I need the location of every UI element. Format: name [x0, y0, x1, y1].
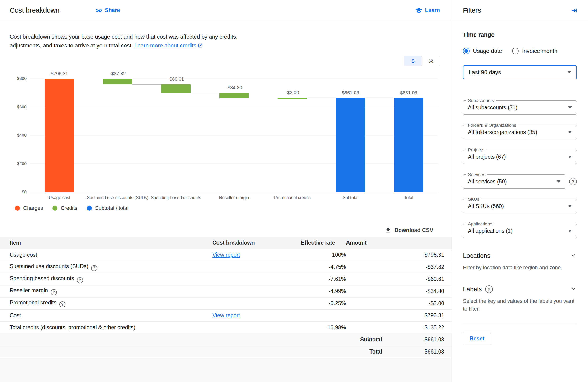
waterfall-bar-charge	[45, 79, 74, 192]
table-row: Promotional credits?-0.25%-$2.00	[0, 297, 452, 309]
link-icon	[95, 7, 102, 14]
table-row: Spending-based discounts?-7.61%-$60.61	[0, 273, 452, 285]
chart-gridline	[30, 135, 438, 135]
dropdown-caret-icon	[568, 156, 572, 158]
help-icon[interactable]: ?	[77, 277, 83, 283]
filter-dropdown-projects[interactable]: ProjectsAll projects (67)	[463, 150, 577, 164]
dropdown-caret-icon	[568, 205, 572, 207]
effective-rate-cell	[301, 309, 346, 321]
reset-filters-button[interactable]: Reset	[463, 332, 491, 345]
x-axis-category-label: Total	[370, 195, 447, 200]
filter-field-row: ProjectsAll projects (67)	[463, 150, 577, 164]
labels-section-toggle[interactable]: Labels ?	[463, 285, 577, 293]
help-icon[interactable]: ?	[51, 289, 57, 296]
learn-more-credits-label: Learn more about credits	[134, 42, 196, 49]
help-icon[interactable]: ?	[91, 265, 97, 271]
time-range-heading: Time range	[463, 31, 577, 38]
locations-heading: Locations	[463, 252, 490, 260]
y-axis-tick-label: $800	[17, 76, 27, 81]
radio-button[interactable]	[512, 48, 519, 54]
item-label: Sustained use discounts (SUDs)	[10, 263, 88, 269]
chart-gridline	[30, 79, 438, 79]
column-header-item: Item	[0, 237, 212, 249]
field-value: All subaccounts (31)	[468, 105, 517, 111]
help-icon[interactable]: ?	[59, 301, 65, 307]
waterfall-bar-credit	[278, 98, 307, 99]
amount-cell: -$37.82	[346, 261, 452, 273]
help-icon[interactable]: ?	[485, 285, 493, 293]
time-range-value: Last 90 days	[469, 69, 501, 76]
radio-button[interactable]	[463, 48, 470, 54]
time-range-select[interactable]: Last 90 days	[463, 65, 577, 80]
help-icon[interactable]: ?	[569, 178, 577, 185]
learn-more-credits-link[interactable]: Learn more about credits	[134, 42, 203, 49]
waterfall-connector	[132, 85, 161, 85]
billing-cost-breakdown-page: Cost breakdown Share Learn Cost breakdow…	[0, 0, 588, 382]
filters-panel: Filters Time range Usage dateInvoice mon…	[452, 0, 588, 382]
download-icon	[385, 227, 392, 233]
filter-dropdown-folders-organizations[interactable]: Folders & OrganizationsAll folders/organ…	[463, 125, 577, 139]
item-cell: Sustained use discounts (SUDs)?	[0, 261, 212, 273]
main-content: Cost breakdown Share Learn Cost breakdow…	[0, 0, 452, 382]
filter-dropdown-applications[interactable]: ApplicationsAll applications (1)	[463, 224, 577, 238]
summary-row-content: Total$661.08	[0, 349, 444, 355]
cost-breakdown-cell: View report	[212, 249, 301, 261]
bar-value-label: -$34.80	[205, 85, 263, 90]
cost-breakdown-table: Item Cost breakdown Effective rate Amoun…	[0, 237, 452, 358]
column-header-effective-rate: Effective rate	[301, 237, 346, 249]
effective-rate-cell: -4.75%	[301, 261, 346, 273]
description-text: Cost breakdown shows your base usage cos…	[10, 34, 237, 49]
cost-breakdown-cell	[212, 273, 301, 285]
divider	[463, 323, 577, 323]
chevron-down-icon	[570, 252, 577, 260]
percent-toggle-button[interactable]: %	[422, 56, 440, 66]
chart-legend: ChargesCreditsSubtotal / total	[15, 205, 452, 211]
waterfall-bar-credit	[161, 85, 190, 93]
download-csv-button[interactable]: Download CSV	[0, 227, 433, 233]
collapse-panel-button[interactable]	[570, 7, 578, 14]
summary-amount: $661.08	[382, 337, 444, 343]
item-label: Usage cost	[10, 252, 37, 258]
summary-cell: Subtotal$661.08	[0, 334, 452, 346]
item-label: Spending-based discounts	[10, 275, 74, 281]
filters-body: Time range Usage dateInvoice month Last …	[452, 21, 588, 345]
item-label: Cost	[10, 312, 21, 318]
filter-field-row: SKUsAll SKUs (560)	[463, 199, 577, 213]
filter-field-row: Folders & OrganizationsAll folders/organ…	[463, 125, 577, 139]
dollar-toggle-button[interactable]: $	[404, 56, 422, 66]
waterfall-connector	[307, 98, 336, 99]
item-cell: Cost	[0, 309, 212, 321]
dropdown-caret-icon	[568, 131, 572, 133]
radio-usage-date[interactable]: Usage date	[463, 48, 502, 54]
legend-item: Credits	[52, 205, 77, 211]
view-report-link[interactable]: View report	[212, 252, 240, 258]
labels-heading: Labels	[463, 286, 482, 293]
table-row: Subtotal$661.08	[0, 334, 452, 346]
field-value: All services (50)	[468, 178, 507, 185]
view-report-link[interactable]: View report	[212, 312, 240, 318]
filter-dropdown-skus[interactable]: SKUsAll SKUs (560)	[463, 199, 577, 213]
share-button[interactable]: Share	[95, 7, 120, 14]
effective-rate-cell: 100%	[301, 249, 346, 261]
field-value: All folders/organizations (35)	[468, 129, 537, 135]
currency-percent-toggle: $ %	[404, 56, 440, 66]
amount-cell: $796.31	[346, 249, 452, 261]
waterfall-bar-credit	[103, 79, 132, 85]
locations-section-toggle[interactable]: Locations	[463, 252, 577, 260]
filter-dropdown-services[interactable]: ServicesAll services (50)	[463, 174, 566, 189]
bar-value-label: -$2.00	[263, 90, 321, 95]
filter-field-row: ServicesAll services (50)?	[463, 174, 577, 189]
legend-color-dot	[15, 206, 20, 211]
cost-breakdown-cell	[212, 321, 301, 334]
field-value: All projects (67)	[468, 154, 506, 160]
amount-cell: -$135.22	[346, 321, 452, 334]
waterfall-connector	[190, 93, 219, 93]
table-row: Sustained use discounts (SUDs)?-4.75%-$3…	[0, 261, 452, 273]
table-row: CostView report$796.31	[0, 309, 452, 321]
field-floating-label: Projects	[466, 147, 486, 152]
radio-invoice-month[interactable]: Invoice month	[512, 48, 557, 54]
summary-label: Total	[369, 349, 382, 355]
radio-label: Invoice month	[522, 48, 557, 54]
learn-button[interactable]: Learn	[415, 7, 440, 14]
filter-dropdown-subaccounts[interactable]: SubaccountsAll subaccounts (31)	[463, 100, 577, 115]
